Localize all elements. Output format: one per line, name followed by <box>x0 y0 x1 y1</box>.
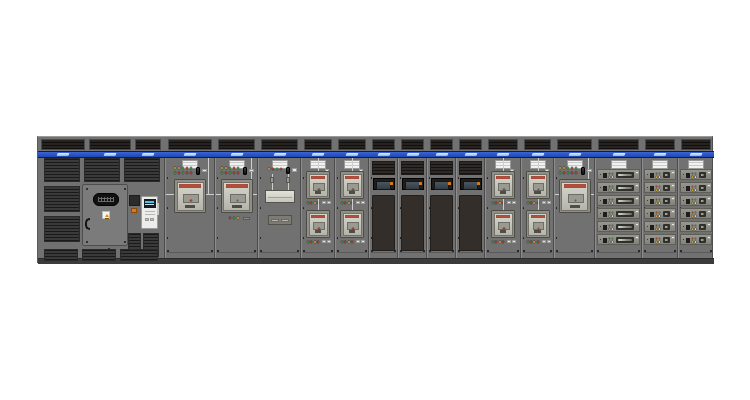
feeder-unit[interactable] <box>597 221 640 232</box>
circuit-breaker-unit[interactable] <box>491 171 515 199</box>
control-toggle[interactable] <box>581 167 585 175</box>
feeder-unit[interactable] <box>644 182 676 193</box>
handle-bar[interactable] <box>665 174 668 177</box>
breaker-handle-assembly[interactable] <box>663 237 670 244</box>
feeder-unit[interactable] <box>680 169 712 180</box>
circuit-breaker-unit[interactable] <box>340 171 364 199</box>
handle-bar[interactable] <box>701 239 704 242</box>
circuit-breaker-unit[interactable] <box>559 179 591 213</box>
feeder-unit[interactable] <box>597 182 640 193</box>
control-toggle[interactable] <box>196 167 200 175</box>
feeder-unit[interactable] <box>680 195 712 206</box>
control-toggle[interactable] <box>286 167 290 175</box>
unit-latch[interactable] <box>686 199 690 204</box>
circuit-breaker-unit[interactable] <box>491 210 515 238</box>
feeder-unit[interactable] <box>644 208 676 219</box>
breaker-handle-assembly[interactable] <box>616 211 634 218</box>
handle-bar[interactable] <box>665 187 668 190</box>
feeder-unit[interactable] <box>680 221 712 232</box>
handle-bar[interactable] <box>665 226 668 229</box>
drive-door[interactable] <box>401 195 424 251</box>
unit-latch[interactable] <box>686 212 690 217</box>
circuit-breaker-unit[interactable] <box>306 210 330 238</box>
hmi-display[interactable] <box>373 178 395 190</box>
breaker-handle-assembly[interactable] <box>616 172 634 179</box>
handle-bar[interactable] <box>618 213 632 216</box>
circuit-breaker-unit[interactable] <box>306 171 330 199</box>
breaker-handle-assembly[interactable] <box>699 211 706 218</box>
hmi-button[interactable] <box>448 182 451 185</box>
unit-latch[interactable] <box>603 225 607 230</box>
door-handle[interactable] <box>85 218 90 230</box>
unit-latch[interactable] <box>650 212 654 217</box>
handle-bar[interactable] <box>618 239 632 242</box>
power-meter[interactable] <box>141 196 158 229</box>
breaker-handle-assembly[interactable] <box>663 224 670 231</box>
withdrawable-unit[interactable] <box>265 190 295 203</box>
feeder-unit[interactable] <box>680 208 712 219</box>
hmi-button[interactable] <box>477 182 480 185</box>
handle-bar[interactable] <box>701 226 704 229</box>
unit-latch[interactable] <box>603 212 607 217</box>
unit-latch[interactable] <box>686 186 690 191</box>
disconnect-link[interactable] <box>270 177 274 183</box>
hmi-button[interactable] <box>419 182 422 185</box>
circuit-breaker-unit[interactable] <box>526 171 550 199</box>
unit-latch[interactable] <box>603 186 607 191</box>
unit-latch[interactable] <box>650 199 654 204</box>
feeder-unit[interactable] <box>680 182 712 193</box>
hmi-display[interactable] <box>402 178 424 190</box>
breaker-handle-assembly[interactable] <box>699 198 706 205</box>
meter-button[interactable] <box>145 218 149 221</box>
breaker-handle-assembly[interactable] <box>699 237 706 244</box>
feeder-unit[interactable] <box>644 169 676 180</box>
unit-latch[interactable] <box>650 225 654 230</box>
drive-door[interactable] <box>430 195 453 251</box>
breaker-handle-assembly[interactable] <box>616 237 634 244</box>
feeder-unit[interactable] <box>597 195 640 206</box>
breaker-handle-assembly[interactable] <box>699 185 706 192</box>
feeder-unit[interactable] <box>680 234 712 245</box>
feeder-unit[interactable] <box>597 169 640 180</box>
breaker-handle-assembly[interactable] <box>663 172 670 179</box>
feeder-unit[interactable] <box>644 234 676 245</box>
fuse-handle[interactable] <box>271 219 279 222</box>
handle-bar[interactable] <box>618 200 632 203</box>
handle-bar[interactable] <box>701 187 704 190</box>
feeder-unit[interactable] <box>644 195 676 206</box>
handle-bar[interactable] <box>701 213 704 216</box>
circuit-breaker-unit[interactable] <box>174 179 206 213</box>
unit-latch[interactable] <box>686 238 690 243</box>
handle-bar[interactable] <box>665 239 668 242</box>
circuit-breaker-unit[interactable] <box>221 179 253 213</box>
handle-bar[interactable] <box>701 174 704 177</box>
feeder-unit[interactable] <box>597 234 640 245</box>
fuse-handle[interactable] <box>281 219 289 222</box>
breaker-handle-assembly[interactable] <box>616 185 634 192</box>
unit-latch[interactable] <box>603 173 607 178</box>
hmi-display[interactable] <box>431 178 453 190</box>
feeder-unit[interactable] <box>644 221 676 232</box>
handle-bar[interactable] <box>665 200 668 203</box>
multipin-connector[interactable] <box>93 193 119 206</box>
front-door[interactable] <box>82 184 128 246</box>
breaker-handle-assembly[interactable] <box>699 172 706 179</box>
handle-bar[interactable] <box>701 200 704 203</box>
unit-latch[interactable] <box>603 199 607 204</box>
breaker-handle-assembly[interactable] <box>663 185 670 192</box>
breaker-handle-assembly[interactable] <box>616 198 634 205</box>
breaker-handle-assembly[interactable] <box>699 224 706 231</box>
orange-button[interactable] <box>131 208 137 213</box>
handle-bar[interactable] <box>618 226 632 229</box>
breaker-handle-assembly[interactable] <box>663 198 670 205</box>
drive-door[interactable] <box>372 195 395 251</box>
unit-latch[interactable] <box>686 173 690 178</box>
breaker-handle-assembly[interactable] <box>663 211 670 218</box>
unit-latch[interactable] <box>650 186 654 191</box>
control-toggle[interactable] <box>243 167 247 175</box>
meter-button[interactable] <box>150 218 154 221</box>
unit-latch[interactable] <box>603 238 607 243</box>
handle-bar[interactable] <box>618 187 632 190</box>
unit-latch[interactable] <box>650 238 654 243</box>
hmi-display[interactable] <box>460 178 482 190</box>
